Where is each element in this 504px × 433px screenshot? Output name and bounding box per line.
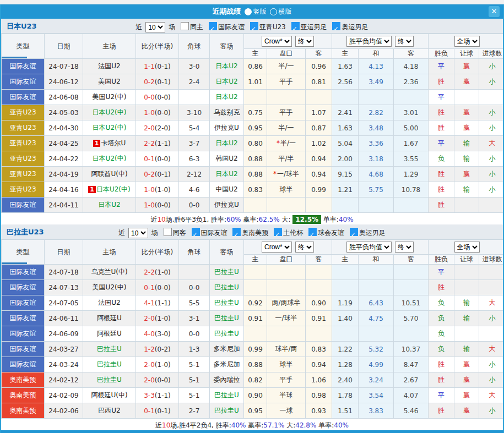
home-team: 日本U2(中) xyxy=(83,151,136,167)
same-side-filter[interactable]: 同主 xyxy=(181,23,203,31)
match-date: 24-04-22 xyxy=(45,151,83,167)
result-wdl: 胜 xyxy=(429,167,454,182)
home-team: 阿根廷U xyxy=(83,311,136,326)
match-type-badge: 国际友谊 xyxy=(2,90,45,105)
competition-filter[interactable]: 国际友谊 xyxy=(192,229,227,237)
handicap-star-icon: * xyxy=(277,139,280,147)
away-team: 日本U2 xyxy=(210,90,244,105)
handicap-value: *一球 xyxy=(267,403,306,419)
popup-window: 近期战绩 竖版 横版 ✕ 日本U23 近 10 场 同主 国际友谊 亚青U23 … xyxy=(0,4,504,433)
handicap-value: *半/一 xyxy=(267,59,306,74)
results-body: 国际友谊 24-07-18 乌克兰U(中) 2-2(1-0) 巴拉圭U * 平 … xyxy=(2,265,503,419)
odds-final-select[interactable]: 终 xyxy=(295,36,314,47)
home-team: 日本U2 xyxy=(83,198,136,213)
section-header: 巴拉圭U23 近 10 场 同客 国际友谊 奥南美预 土伦杯 球会友谊 奥运男足 xyxy=(1,224,503,239)
scope-select[interactable]: 全场 xyxy=(454,242,480,253)
competition-checkbox[interactable] xyxy=(308,228,317,236)
odds-away-value: 0.94 xyxy=(306,357,332,372)
same-side-filter[interactable]: 同客 xyxy=(164,229,186,237)
match-type-badge: 亚青U23 xyxy=(2,120,45,136)
result-handicap: 输 xyxy=(454,342,479,357)
competition-checkbox[interactable] xyxy=(332,22,340,30)
avg-type-select[interactable]: 胜平负均值 xyxy=(346,36,392,47)
match-score: 1-0(0-0) xyxy=(136,198,179,213)
summary-line: 近10场,胜4平2负4, 胜率:40% 赢率:57.1% 大:42.8% 单率:… xyxy=(1,419,503,430)
same-side-checkbox[interactable] xyxy=(181,22,189,30)
odds-home-value xyxy=(244,198,267,213)
competition-filter[interactable]: 奥运男足 xyxy=(350,229,386,237)
horizontal-layout-radio[interactable] xyxy=(270,8,277,15)
competition-filter[interactable]: 国际友谊 xyxy=(209,23,245,31)
match-count-select[interactable]: 10 xyxy=(145,22,165,32)
avg-draw-value xyxy=(359,265,394,280)
sub-header-odds-away: 客 xyxy=(306,49,332,59)
competition-checkbox[interactable] xyxy=(232,228,241,236)
match-row: 国际友谊 24-03-24 巴拉圭U 2-0(1-0) 5-1 多米尼加 0.8… xyxy=(2,357,503,372)
competition-label: 奥运男足 xyxy=(359,229,386,237)
competition-checkbox[interactable] xyxy=(209,22,217,30)
handicap-value: *平/半 xyxy=(267,151,306,167)
match-row: 国际友谊 24-07-18 法国U2 1-1(0-1) 3-0 日本U2 0.8… xyxy=(2,59,503,74)
avg-away-value: 1.29 xyxy=(394,167,429,182)
avg-draw-value xyxy=(359,280,394,295)
avg-group-header: 胜平负均值终 xyxy=(332,240,429,255)
same-side-label: 同客 xyxy=(173,229,186,237)
odds-final-select[interactable]: 终 xyxy=(295,242,314,253)
col-header-away: 客场 xyxy=(210,240,244,265)
match-date: 24-04-19 xyxy=(45,167,83,182)
competition-filter[interactable]: 亚青U23 xyxy=(250,23,286,31)
competition-label: 国际友谊 xyxy=(201,229,227,237)
avg-draw-value: 5.32 xyxy=(359,342,394,357)
avg-final-select[interactable]: 终 xyxy=(395,242,414,253)
vertical-layout-label[interactable]: 竖版 xyxy=(253,7,267,17)
competition-filter[interactable]: 奥运男足 xyxy=(332,23,368,31)
competition-checkbox[interactable] xyxy=(350,228,358,236)
odds-home-value: 0.88 xyxy=(244,151,267,167)
avg-home-value: 1.21 xyxy=(332,182,359,198)
avg-away-value: 10.51 xyxy=(394,295,429,311)
corner-score: 3-0 xyxy=(179,59,210,74)
odds-source-select[interactable]: Crow* xyxy=(262,242,292,253)
results-table: 类型 日期 主场 比分(半场) 角球 客场 Crow*终 胜平负均值终 全场 xyxy=(1,239,503,419)
competition-filter[interactable]: 亚运男足 xyxy=(291,23,327,31)
team-section: 巴拉圭U23 近 10 场 同客 国际友谊 奥南美预 土伦杯 球会友谊 奥运男足… xyxy=(1,224,503,430)
result-wdl: 胜 xyxy=(429,403,454,419)
vertical-layout-radio[interactable] xyxy=(245,8,252,15)
away-team: 乌兹别克 xyxy=(210,105,244,120)
match-date: 24-07-18 xyxy=(45,265,83,280)
summary-part: 单率: xyxy=(316,421,334,429)
odds-source-select[interactable]: Crow* xyxy=(262,36,292,47)
result-handicap: 赢 xyxy=(454,357,479,372)
home-team: 法国U2 xyxy=(83,295,136,311)
home-team: 巴拉圭U xyxy=(83,342,136,357)
same-side-checkbox[interactable] xyxy=(164,228,172,236)
summary-part: 42.8% xyxy=(295,421,316,429)
avg-away-value: 2.67 xyxy=(394,372,429,388)
competition-checkbox[interactable] xyxy=(192,228,200,236)
handicap-value: *球半/两 xyxy=(267,342,306,357)
avg-draw-value: 6.43 xyxy=(359,295,394,311)
avg-type-select[interactable]: 胜平负均值 xyxy=(346,242,392,253)
scope-select[interactable]: 全场 xyxy=(454,36,480,47)
away-team: 日本U2 xyxy=(210,59,244,74)
odds-away-value: 0.98 xyxy=(306,388,332,403)
avg-final-select[interactable]: 终 xyxy=(395,36,414,47)
avg-draw-value: 3.83 xyxy=(359,403,394,419)
competition-filter[interactable]: 球会友谊 xyxy=(308,229,344,237)
match-count-select[interactable]: 10 xyxy=(128,228,148,238)
competition-checkbox[interactable] xyxy=(291,22,300,30)
competition-checkbox[interactable] xyxy=(250,22,258,30)
horizontal-layout-label[interactable]: 横版 xyxy=(279,7,292,17)
competition-checkbox[interactable] xyxy=(274,228,282,236)
competition-filter[interactable]: 土伦杯 xyxy=(274,229,303,237)
odds-away-value: 1.02 xyxy=(306,136,332,151)
result-wdl: 胜 xyxy=(429,120,454,136)
summary-part: 40% xyxy=(334,421,349,429)
competition-filter[interactable]: 奥南美预 xyxy=(232,229,268,237)
home-team: 法国U2 xyxy=(83,59,136,74)
result-handicap xyxy=(454,280,479,295)
close-icon[interactable]: ✕ xyxy=(489,6,500,17)
avg-draw-value: 4.99 xyxy=(359,357,394,372)
sub-header-avg-home: 主 xyxy=(332,255,359,265)
avg-away-value: 10.78 xyxy=(394,182,429,198)
